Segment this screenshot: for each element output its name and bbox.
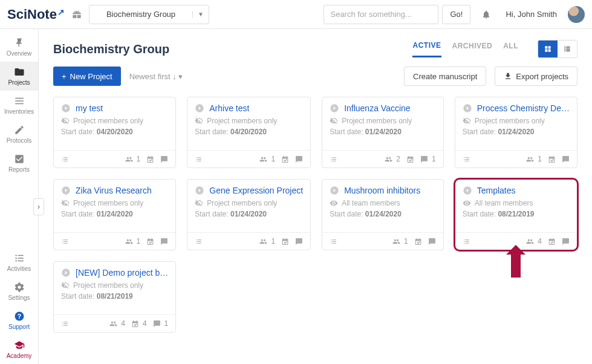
card-header: Zika Virus Research [54,180,175,199]
project-title[interactable]: Influenza Vaccine [344,103,410,113]
help-icon: ? [14,311,25,322]
project-title[interactable]: my test [76,103,103,113]
comment-icon[interactable] [160,238,168,245]
sidebar-item-overview[interactable]: Overview [0,33,38,62]
members-icon[interactable] [125,238,133,245]
grid-view-button[interactable] [538,41,558,57]
sidebar-item-support[interactable]: ? Support [0,306,38,335]
tab-archived[interactable]: ARCHIVED [452,42,493,56]
calendar-icon[interactable] [131,320,139,328]
project-card[interactable]: my testProject members onlyStart date: 0… [53,97,176,168]
comment-icon[interactable] [295,238,303,245]
calendar-icon[interactable] [146,155,154,163]
calendar-icon[interactable] [414,238,422,245]
members-icon[interactable] [125,155,133,163]
calendar-icon[interactable] [281,155,289,163]
comment-icon[interactable] [295,155,303,163]
sidebar-item-activities[interactable]: Activities [0,248,38,277]
tab-active[interactable]: ACTIVE [412,41,441,57]
project-card[interactable]: Gene Expression ProjectProject members o… [187,179,311,250]
project-title[interactable]: [NEW] Demo project b… [76,268,168,278]
arrow-circle-icon [61,103,71,113]
export-projects-button[interactable]: Export projects [495,67,577,86]
search-input[interactable] [324,5,438,24]
card-body: Project members onlyStart date: 01/24/20… [54,199,175,232]
search-box: Go! [324,5,470,24]
members-icon[interactable] [259,155,267,163]
sort-dropdown[interactable]: Newest first ↓ ▾ [129,72,183,81]
list-icon[interactable] [463,238,470,245]
members-icon[interactable] [385,155,392,163]
card-header: [NEW] Demo project b… [54,262,175,281]
project-title[interactable]: Gene Expression Project [209,186,303,195]
list-icon[interactable] [61,238,69,245]
sidebar-item-label: Inventories [4,108,34,115]
comments-count: 1 [164,319,169,328]
project-start-date: Start date: 04/20/2020 [61,128,168,136]
calendar-icon[interactable] [406,155,414,163]
sidebar-expand-handle[interactable]: › [33,198,44,215]
calendar-icon[interactable] [548,238,556,245]
sidebar-item-reports[interactable]: Reports [0,149,38,178]
new-project-button[interactable]: + New Project [53,67,121,86]
project-title[interactable]: Mushroom inhibitors [344,186,420,195]
tab-all[interactable]: ALL [503,42,518,56]
members-icon[interactable] [526,238,534,245]
visibility-label: All team members [342,199,400,207]
project-card[interactable]: Zika Virus ResearchProject members onlyS… [53,179,176,250]
members-icon[interactable] [259,238,267,245]
visibility-icon [330,199,338,207]
comment-icon[interactable] [153,320,161,328]
project-card[interactable]: Mushroom inhibitorsAll team membersStart… [322,179,444,250]
team-selector[interactable]: Biochemistry Group ▼ [89,5,209,24]
project-title[interactable]: Process Chemistry De… [477,103,570,113]
list-icon[interactable] [61,320,69,328]
project-card[interactable]: Arhive testProject members onlyStart dat… [187,97,311,168]
sidebar-item-inventories[interactable]: Inventories [0,91,38,120]
list-icon[interactable] [463,155,470,163]
members-count: 4 [538,237,542,245]
members-icon[interactable] [109,320,117,328]
visibility-label: All team members [475,199,533,207]
list-icon[interactable] [330,238,337,245]
project-card[interactable]: TemplatesAll team membersStart date: 08/… [455,179,577,250]
create-manuscript-button[interactable]: Create manuscript [404,67,486,86]
bell-icon[interactable] [478,10,495,19]
project-visibility: Project members only [61,199,168,207]
comment-icon[interactable] [420,155,428,163]
calendar-icon[interactable] [548,155,556,163]
list-icon[interactable] [330,155,337,163]
list-icon[interactable] [61,155,69,163]
comment-icon[interactable] [160,155,168,163]
list-view-button[interactable] [558,41,577,57]
gift-icon[interactable] [72,10,82,19]
sidebar-item-academy[interactable]: Academy [0,335,38,364]
list-icon[interactable] [195,238,203,245]
project-card[interactable]: Process Chemistry De…Project members onl… [455,97,577,168]
project-card[interactable]: Influenza VaccineProject members onlySta… [322,97,444,168]
calendar-icon[interactable] [146,238,154,245]
project-card[interactable]: [NEW] Demo project b…Project members onl… [53,261,176,333]
sidebar-item-settings[interactable]: Settings [0,277,38,306]
project-title[interactable]: Zika Virus Research [76,186,152,195]
card-footer: 441 [54,314,175,332]
sidebar-item-projects[interactable]: Projects [0,62,38,91]
list-icon[interactable] [195,155,203,163]
comment-icon[interactable] [562,155,570,163]
avatar[interactable] [568,6,585,23]
search-go-button[interactable]: Go! [442,5,470,24]
project-grid: my testProject members onlyStart date: 0… [53,97,577,333]
logo[interactable]: SciNote↗ [7,7,65,22]
project-title[interactable]: Arhive test [209,103,249,113]
sidebar-item-label: Reports [8,166,30,173]
sidebar-item-label: Settings [8,294,30,301]
calendar-icon[interactable] [281,238,289,245]
comment-icon[interactable] [562,238,570,245]
project-title[interactable]: Templates [477,186,516,195]
members-icon[interactable] [392,238,400,245]
comment-icon[interactable] [428,238,436,245]
sidebar-item-protocols[interactable]: Protocols [0,120,38,149]
members-icon[interactable] [526,155,534,163]
activities-icon [14,253,25,264]
card-header: Gene Expression Project [187,180,310,199]
